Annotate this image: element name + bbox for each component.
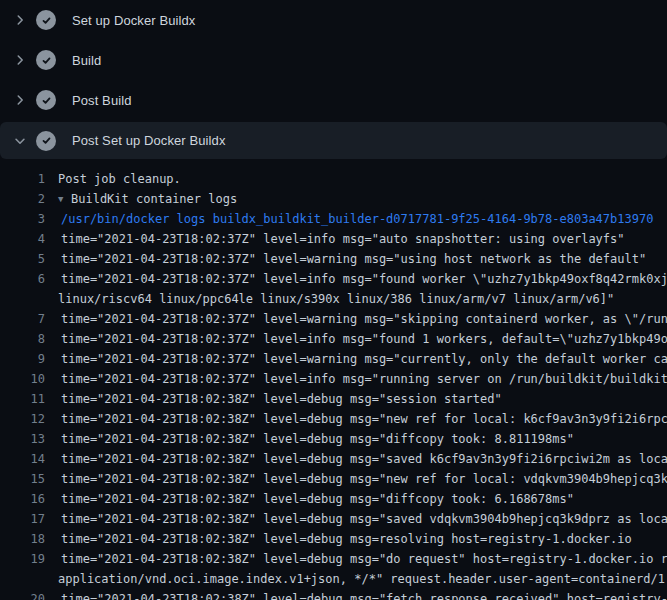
log-line-number[interactable]: 12	[0, 409, 45, 429]
log-line-number[interactable]: 4	[0, 229, 45, 249]
log-row: 9time="2021-04-23T18:02:37Z" level=warni…	[0, 349, 667, 369]
log-row: 16time="2021-04-23T18:02:38Z" level=debu…	[0, 489, 667, 509]
step-header-post-set-up-docker-buildx[interactable]: Post Set up Docker Buildx	[0, 122, 667, 159]
log-line-number[interactable]: 7	[0, 309, 45, 329]
step-title: Build	[72, 53, 101, 68]
log-row: 4time="2021-04-23T18:02:37Z" level=info …	[0, 229, 667, 249]
log-text: time="2021-04-23T18:02:38Z" level=debug …	[61, 409, 667, 429]
log-line-number[interactable]: 16	[0, 489, 45, 509]
log-text: time="2021-04-23T18:02:38Z" level=debug …	[61, 449, 667, 469]
step-header-build[interactable]: Build	[0, 40, 667, 80]
log-text: Post job cleanup.	[58, 169, 181, 189]
log-row: 8time="2021-04-23T18:02:37Z" level=info …	[0, 329, 667, 349]
log-line-number[interactable]: 20	[0, 589, 45, 600]
log-row: 1Post job cleanup.	[0, 169, 667, 189]
log-viewer: 1Post job cleanup.2▼BuildKit container l…	[0, 160, 667, 600]
step-header-post-build[interactable]: Post Build	[0, 80, 667, 120]
step-title: Set up Docker Buildx	[72, 13, 195, 28]
check-circle-icon	[36, 90, 56, 110]
chevron-right-icon	[12, 52, 28, 68]
log-command-text: /usr/bin/docker logs buildx_buildkit_bui…	[61, 209, 653, 229]
log-text: time="2021-04-23T18:02:38Z" level=debug …	[61, 549, 667, 569]
log-line-number[interactable]: 18	[0, 529, 45, 549]
log-row: 20time="2021-04-23T18:02:38Z" level=debu…	[0, 589, 667, 600]
log-text: time="2021-04-23T18:02:37Z" level=warnin…	[61, 349, 667, 369]
log-line-number[interactable]: 17	[0, 509, 45, 529]
step-list: Set up Docker BuildxBuildPost BuildPost …	[0, 0, 667, 159]
log-text: time="2021-04-23T18:02:37Z" level=warnin…	[61, 309, 667, 329]
log-group-toggle[interactable]: ▼BuildKit container logs	[58, 189, 237, 209]
log-line-number[interactable]: 6	[0, 269, 45, 289]
log-line-number[interactable]: 8	[0, 329, 45, 349]
log-text: application/vnd.oci.image.index.v1+json,…	[58, 569, 667, 589]
log-row: linux/riscv64 linux/ppc64le linux/s390x …	[0, 289, 667, 309]
log-text: time="2021-04-23T18:02:37Z" level=info m…	[61, 329, 667, 349]
log-text: time="2021-04-23T18:02:38Z" level=debug …	[61, 589, 667, 600]
log-row: 12time="2021-04-23T18:02:38Z" level=debu…	[0, 409, 667, 429]
chevron-down-icon	[12, 133, 28, 149]
log-text: time="2021-04-23T18:02:37Z" level=info m…	[61, 269, 667, 289]
check-circle-icon	[36, 10, 56, 30]
log-line-number	[0, 289, 45, 309]
log-line-number[interactable]: 19	[0, 549, 45, 569]
log-text: time="2021-04-23T18:02:37Z" level=warnin…	[61, 249, 646, 269]
log-text: time="2021-04-23T18:02:38Z" level=debug …	[61, 429, 574, 449]
log-row: 5time="2021-04-23T18:02:37Z" level=warni…	[0, 249, 667, 269]
log-line-number[interactable]: 5	[0, 249, 45, 269]
log-row: 13time="2021-04-23T18:02:38Z" level=debu…	[0, 429, 667, 449]
log-line-number[interactable]: 13	[0, 429, 45, 449]
log-text: time="2021-04-23T18:02:38Z" level=debug …	[61, 529, 632, 549]
log-row: 15time="2021-04-23T18:02:38Z" level=debu…	[0, 469, 667, 489]
log-row: 7time="2021-04-23T18:02:37Z" level=warni…	[0, 309, 667, 329]
log-line-number[interactable]: 9	[0, 349, 45, 369]
check-circle-icon	[36, 50, 56, 70]
log-line-number[interactable]: 11	[0, 389, 45, 409]
chevron-right-icon	[12, 12, 28, 28]
log-row: 3/usr/bin/docker logs buildx_buildkit_bu…	[0, 209, 667, 229]
log-text: time="2021-04-23T18:02:38Z" level=debug …	[61, 389, 502, 409]
log-text: time="2021-04-23T18:02:37Z" level=info m…	[61, 369, 667, 389]
step-header-set-up-docker-buildx[interactable]: Set up Docker Buildx	[0, 0, 667, 40]
check-circle-icon	[36, 131, 56, 151]
log-text: time="2021-04-23T18:02:37Z" level=info m…	[61, 229, 625, 249]
log-line-number[interactable]: 10	[0, 369, 45, 389]
log-line-number[interactable]: 15	[0, 469, 45, 489]
log-line-number[interactable]: 1	[0, 169, 45, 189]
log-text: linux/riscv64 linux/ppc64le linux/s390x …	[58, 289, 614, 309]
log-line-number[interactable]: 14	[0, 449, 45, 469]
log-line-number	[0, 569, 45, 589]
log-row: 10time="2021-04-23T18:02:37Z" level=info…	[0, 369, 667, 389]
log-row: 6time="2021-04-23T18:02:37Z" level=info …	[0, 269, 667, 289]
log-line-number[interactable]: 2	[0, 189, 45, 209]
log-text: time="2021-04-23T18:02:38Z" level=debug …	[61, 509, 667, 529]
log-group-title: BuildKit container logs	[71, 192, 237, 206]
log-text: time="2021-04-23T18:02:38Z" level=debug …	[61, 489, 574, 509]
group-expanded-triangle-icon: ▼	[58, 189, 71, 209]
log-line-number[interactable]: 3	[0, 209, 45, 229]
log-row: 11time="2021-04-23T18:02:38Z" level=debu…	[0, 389, 667, 409]
log-row: application/vnd.oci.image.index.v1+json,…	[0, 569, 667, 589]
log-row: 19time="2021-04-23T18:02:38Z" level=debu…	[0, 549, 667, 569]
log-row: 2▼BuildKit container logs	[0, 189, 667, 209]
step-title: Post Build	[72, 93, 132, 108]
step-title: Post Set up Docker Buildx	[72, 133, 226, 148]
chevron-right-icon	[12, 92, 28, 108]
log-row: 14time="2021-04-23T18:02:38Z" level=debu…	[0, 449, 667, 469]
log-row: 17time="2021-04-23T18:02:38Z" level=debu…	[0, 509, 667, 529]
log-text: time="2021-04-23T18:02:38Z" level=debug …	[61, 469, 667, 489]
log-row: 18time="2021-04-23T18:02:38Z" level=debu…	[0, 529, 667, 549]
